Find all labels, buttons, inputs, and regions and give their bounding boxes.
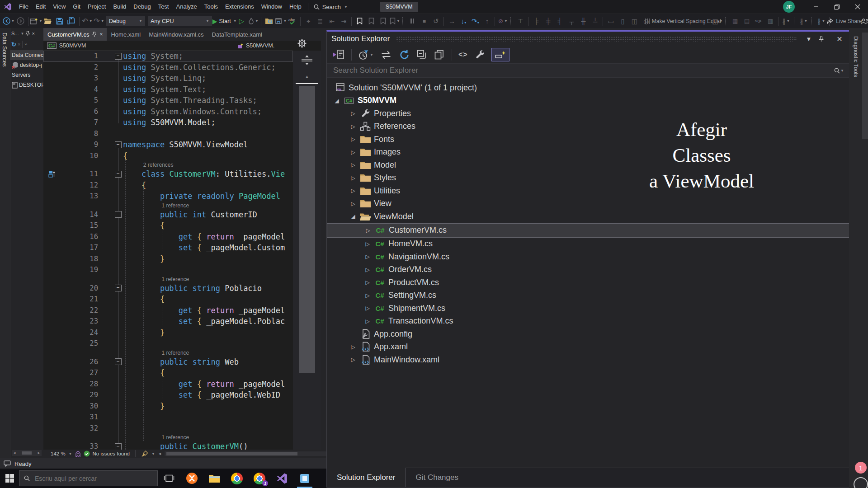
- breadcrumb-project[interactable]: S50MVVM: [59, 42, 86, 49]
- overflow-icon[interactable]: ››: [24, 42, 27, 47]
- menu-test[interactable]: Test: [155, 0, 173, 14]
- restore-button[interactable]: [826, 0, 847, 14]
- menu-git[interactable]: Git: [69, 0, 84, 14]
- expander-expanded-icon[interactable]: ◢: [348, 213, 359, 220]
- server-explorer-item[interactable]: desktop-j: [10, 60, 44, 70]
- window-position-icon[interactable]: ▼: [803, 36, 814, 42]
- code-cleanup-broom-icon[interactable]: [141, 450, 148, 457]
- tree-item-shipmentvm-cs[interactable]: ▷C#ShipmentVM.cs: [327, 302, 849, 315]
- expander-collapsed-icon[interactable]: ▷: [348, 136, 359, 142]
- codelens-row[interactable]: 2 references: [43, 161, 293, 169]
- expander-collapsed-icon[interactable]: ▷: [362, 305, 373, 311]
- codelens-references[interactable]: 1 reference: [43, 202, 189, 209]
- restart-debugging-button[interactable]: ↺: [430, 15, 442, 27]
- fold-margin[interactable]: −: [113, 141, 123, 148]
- fold-margin[interactable]: −: [113, 358, 123, 365]
- search-icon[interactable]: [834, 68, 840, 74]
- document-tab-home-xaml[interactable]: Home.xaml: [107, 28, 145, 41]
- new-project-button[interactable]: ▼: [30, 15, 42, 27]
- fold-margin[interactable]: −: [113, 171, 123, 178]
- server-explorer-item[interactable]: Servers: [10, 70, 44, 80]
- make-vertical-spacing-equal-button[interactable]: Make Vertical Spacing Equal: [656, 15, 712, 27]
- codelens-row[interactable]: 1 reference: [43, 349, 293, 357]
- breakpoint-settings-button[interactable]: ⊘▼: [497, 15, 509, 27]
- issues-status[interactable]: No issues found: [93, 451, 130, 456]
- tree-item-viewmodel[interactable]: ◢ViewModel: [327, 210, 849, 223]
- expander-collapsed-icon[interactable]: ▷: [362, 241, 373, 247]
- undo-button[interactable]: ↶▼: [81, 15, 93, 27]
- depth-spacing-button[interactable]: ∦▼: [816, 15, 827, 27]
- fold-margin[interactable]: −: [113, 285, 123, 291]
- tree-item-app-config[interactable]: App.config: [327, 328, 849, 341]
- feedback-bubble-icon[interactable]: [4, 460, 11, 467]
- menu-help[interactable]: Help: [286, 0, 305, 14]
- document-tab-mainwindow-xaml-cs[interactable]: MainWindow.xaml.cs: [145, 28, 208, 41]
- fold-collapse-icon[interactable]: −: [115, 211, 122, 218]
- align-middles-button[interactable]: ╫: [577, 15, 589, 27]
- expander-collapsed-icon[interactable]: ▷: [362, 318, 373, 324]
- expander-collapsed-icon[interactable]: ▷: [362, 292, 373, 299]
- menu-debug[interactable]: Debug: [130, 0, 154, 14]
- tree-item-customervm-cs[interactable]: ▷C#CustomerVM.cs: [327, 223, 849, 238]
- pin-statement-button[interactable]: ⊤: [514, 15, 526, 27]
- extension-ghost-icon[interactable]: [75, 450, 81, 457]
- navigate-forward-button[interactable]: [14, 15, 26, 27]
- fold-collapse-icon[interactable]: −: [115, 358, 122, 365]
- solution-configurations-select[interactable]: Debug▼: [106, 16, 145, 26]
- redo-button[interactable]: ↷▼: [93, 15, 105, 27]
- sync-with-active-document-button[interactable]: [380, 51, 392, 59]
- step-over-button[interactable]: ↷●: [469, 15, 481, 27]
- tree-item-mainwindow-xaml[interactable]: ▷MainWindow.xaml: [327, 353, 849, 366]
- view-code-button[interactable]: <>: [458, 51, 468, 59]
- step-out-button[interactable]: ↑: [481, 15, 493, 27]
- layout-grid-button[interactable]: ▦: [729, 15, 741, 27]
- scroll-thumb[interactable]: [22, 451, 32, 455]
- taskbar-icon-visual-studio[interactable]: [271, 469, 293, 488]
- properties-button[interactable]: [474, 50, 485, 60]
- tree-item-homevm-cs[interactable]: ▷C#HomeVM.cs: [327, 238, 849, 251]
- chevron-down-icon[interactable]: ▼: [21, 32, 24, 36]
- fold-collapse-icon[interactable]: −: [115, 443, 122, 450]
- menu-project[interactable]: Project: [84, 0, 109, 14]
- taskbar-search[interactable]: [19, 470, 158, 486]
- codelens-references[interactable]: 1 reference: [43, 434, 189, 441]
- panel-tab-solution-explorer[interactable]: Solution Explorer: [327, 468, 406, 487]
- server-explorer-item[interactable]: Data Connec: [10, 50, 44, 60]
- splitter-handle-icon[interactable]: [299, 54, 315, 66]
- fold-collapse-icon[interactable]: −: [115, 285, 122, 291]
- scroll-right-icon[interactable]: ►: [37, 451, 41, 455]
- expander-collapsed-icon[interactable]: ▷: [348, 357, 359, 363]
- switch-views-button[interactable]: [332, 49, 345, 60]
- next-bookmark-button[interactable]: [377, 15, 389, 27]
- solution-explorer-search-input[interactable]: [332, 66, 834, 75]
- send-feedback-button[interactable]: [859, 15, 868, 27]
- close-icon[interactable]: ×: [99, 31, 103, 38]
- avatar[interactable]: JF: [783, 1, 795, 13]
- close-icon[interactable]: ×: [32, 31, 34, 36]
- data-sources-tab[interactable]: Data Sources: [0, 28, 9, 71]
- show-next-statement-button[interactable]: →: [446, 15, 458, 27]
- navigate-backward-button[interactable]: ▼: [3, 15, 14, 27]
- tree-item-settingvm-cs[interactable]: ▷C#SettingVM.cs: [327, 289, 849, 302]
- document-tab-customervm-cs[interactable]: CustomerVM.cs×: [43, 28, 107, 41]
- taskbar-search-input[interactable]: [34, 474, 135, 483]
- find-in-files-button[interactable]: [263, 15, 275, 27]
- menu-file[interactable]: File: [15, 0, 32, 14]
- tree-item-productvm-cs[interactable]: ▷C#ProductVM.cs: [327, 276, 849, 289]
- align-bottoms-button[interactable]: ╧: [589, 15, 601, 27]
- gear-icon[interactable]: [297, 38, 307, 49]
- pending-changes-filter-button[interactable]: ▼: [358, 50, 373, 60]
- document-tab-datatemplate-xaml[interactable]: DataTemplate.xaml: [208, 28, 266, 41]
- expander-collapsed-icon[interactable]: ▷: [362, 253, 373, 260]
- run-without-debugging-button[interactable]: ▷: [236, 15, 247, 27]
- results-grid-button[interactable]: ▥: [764, 15, 776, 27]
- scroll-up-icon[interactable]: ▲: [293, 74, 321, 79]
- codelens-references[interactable]: 1 reference: [43, 276, 189, 282]
- editor-vscrollbar[interactable]: ▲: [293, 51, 321, 450]
- expander-collapsed-icon[interactable]: ▷: [348, 344, 359, 350]
- fold-margin[interactable]: −: [113, 443, 123, 450]
- fold-collapse-icon[interactable]: −: [115, 171, 122, 178]
- server-explorer-item[interactable]: DESKTOP: [10, 80, 44, 90]
- align-centers-button[interactable]: ╪: [542, 15, 554, 27]
- vertical-spacing-button[interactable]: ∦▼: [798, 15, 810, 27]
